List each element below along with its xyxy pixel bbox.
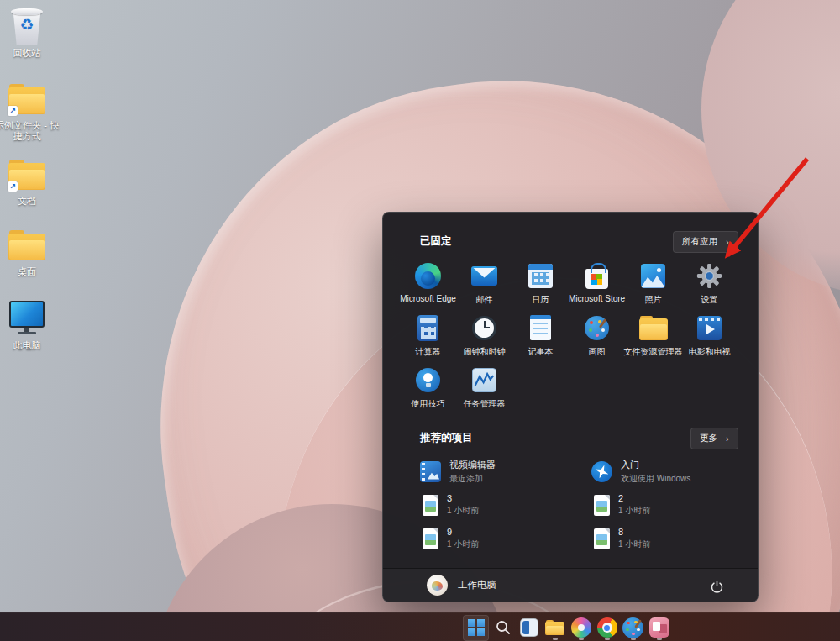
recommended-item-document-3[interactable]: 3 1 小时前	[417, 488, 588, 522]
recycle-bin-icon: ♻	[7, 7, 47, 45]
app-label: 日历	[533, 294, 549, 306]
taskbar-search-button[interactable]	[491, 616, 515, 640]
pinned-app-movies-tv[interactable]: 电影和电视	[681, 308, 738, 360]
app-label: 文件资源管理器	[624, 346, 683, 358]
recommended-grid: 视频编辑器 最近添加 入门 欢迎使用 Windows 3 1 小时前 2 1 小…	[417, 454, 729, 555]
folder-icon	[639, 316, 668, 340]
taskbar-start-button[interactable]	[463, 615, 489, 641]
chevron-right-icon: ›	[726, 237, 729, 247]
running-indicator	[579, 638, 584, 640]
recommended-subtitle: 1 小时前	[618, 505, 650, 517]
taskbar-icons	[463, 615, 671, 640]
pinned-app-alarms-clock[interactable]: 闹钟和时钟	[456, 308, 512, 360]
recommended-subtitle: 1 小时前	[618, 539, 650, 550]
recommended-title: 8	[618, 527, 650, 537]
shortcut-arrow-icon: ↗	[8, 181, 18, 192]
pinned-app-photos[interactable]: 照片	[625, 256, 681, 308]
taskbar-pink-gallery-button[interactable]	[647, 616, 671, 640]
pinned-apps-grid: Microsoft Edge 邮件 日历 Microsoft Store 照片	[400, 256, 743, 412]
app-label: 计算器	[416, 346, 441, 358]
app-label: 闹钟和时钟	[464, 346, 506, 358]
running-indicator	[631, 638, 636, 640]
user-name: 工作电脑	[458, 579, 496, 591]
document-icon	[594, 528, 610, 549]
recommended-subtitle: 最近添加	[449, 473, 496, 485]
start-menu-footer: 工作电脑	[383, 568, 758, 602]
folder-icon: ↗	[7, 79, 47, 118]
more-label: 更多	[700, 433, 717, 444]
recommended-item-get-started[interactable]: 入门 欢迎使用 Windows	[588, 454, 729, 488]
pinned-app-microsoft-store[interactable]: Microsoft Store	[569, 256, 625, 308]
search-icon	[495, 619, 512, 636]
pinned-app-paint[interactable]: 画图	[569, 308, 625, 360]
folder-icon: ↗	[7, 155, 47, 193]
pinned-app-file-explorer[interactable]: 文件资源管理器	[625, 308, 681, 360]
recycle-symbol-icon: ♻	[7, 17, 47, 33]
video-editor-icon	[420, 461, 441, 482]
document-icon	[423, 528, 438, 549]
all-apps-button[interactable]: 所有应用 ›	[673, 231, 738, 253]
taskbar-chrome-button[interactable]	[595, 616, 619, 640]
chevron-right-icon: ›	[726, 433, 729, 444]
power-icon	[710, 580, 724, 594]
recommended-subtitle: 1 小时前	[447, 539, 479, 550]
recommended-title: 2	[618, 493, 650, 503]
notepad-icon	[530, 315, 551, 340]
settings-gear-icon	[696, 262, 723, 290]
desktop-icon-sample-folder-shortcut[interactable]: ↗ 示例文件夹 - 快捷方式	[2, 79, 52, 142]
pinned-app-task-manager[interactable]: 任务管理器	[456, 360, 512, 412]
icon-label: 回收站	[0, 48, 59, 59]
desktop-icon-desktop-folder[interactable]: 桌面	[2, 225, 52, 277]
pinned-app-settings[interactable]: 设置	[681, 256, 738, 308]
photos-icon	[641, 264, 665, 288]
folder-icon	[545, 620, 564, 635]
shortcut-arrow-icon: ↗	[8, 106, 18, 116]
taskbar-paint-button[interactable]	[621, 616, 645, 640]
mail-icon	[471, 266, 497, 286]
recommended-title: 入门	[621, 459, 690, 471]
more-button[interactable]: 更多 ›	[690, 428, 738, 449]
pinned-app-notepad[interactable]: 记事本	[512, 308, 569, 360]
recommended-item-document-8[interactable]: 8 1 小时前	[588, 522, 729, 555]
desktop-icon-this-pc[interactable]: 此电脑	[2, 299, 52, 351]
recommended-item-video-editor[interactable]: 视频编辑器 最近添加	[417, 454, 588, 488]
document-icon	[594, 495, 610, 516]
pinned-app-tips[interactable]: 使用技巧	[400, 360, 456, 412]
windows-logo-icon	[468, 619, 485, 636]
all-apps-label: 所有应用	[682, 236, 717, 248]
taskbar	[0, 612, 840, 641]
monitor-icon	[7, 299, 47, 338]
pinned-app-microsoft-edge[interactable]: Microsoft Edge	[400, 256, 456, 308]
recommended-subtitle: 欢迎使用 Windows	[621, 473, 690, 485]
taskbar-file-explorer-button[interactable]	[543, 616, 567, 640]
avatar	[427, 575, 448, 596]
recommended-subtitle: 1 小时前	[447, 505, 479, 517]
taskbar-color-wheel-browser-button[interactable]	[569, 616, 593, 640]
pinned-app-calculator[interactable]: 计算器	[400, 308, 456, 360]
calendar-icon	[528, 264, 553, 288]
icon-label: 文档	[0, 196, 59, 207]
edge-icon	[415, 263, 441, 289]
recommended-item-document-9[interactable]: 9 1 小时前	[417, 522, 588, 555]
color-wheel-icon	[571, 617, 591, 638]
pinned-app-calendar[interactable]: 日历	[512, 256, 569, 308]
document-icon	[423, 495, 438, 516]
taskbar-task-view-button[interactable]	[517, 616, 541, 640]
running-indicator	[657, 638, 662, 640]
desktop-icon-documents[interactable]: ↗ 文档	[2, 155, 52, 207]
app-label: 电影和电视	[689, 346, 731, 358]
icon-label: 示例文件夹 - 快捷方式	[0, 120, 59, 142]
user-button[interactable]: 工作电脑	[420, 571, 503, 599]
icon-label: 此电脑	[0, 340, 59, 351]
power-button[interactable]	[707, 577, 726, 596]
store-icon	[585, 269, 608, 289]
app-label: 邮件	[476, 294, 493, 306]
recommended-title: 9	[447, 527, 479, 537]
icon-label: 桌面	[0, 266, 59, 277]
recommended-item-document-2[interactable]: 2 1 小时前	[588, 488, 729, 522]
paint-palette-icon	[585, 316, 609, 340]
pinned-app-mail[interactable]: 邮件	[456, 256, 512, 308]
app-label: Microsoft Edge	[400, 294, 456, 303]
desktop-icon-recycle-bin[interactable]: ♻ 回收站	[2, 7, 52, 59]
app-label: 画图	[589, 346, 606, 358]
